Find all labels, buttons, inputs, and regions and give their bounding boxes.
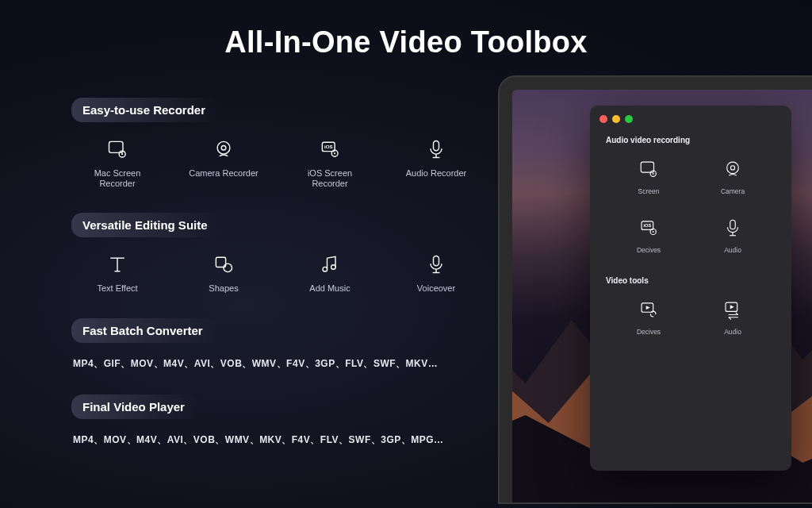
feature-add-music: Add Music: [292, 252, 368, 294]
svg-point-58: [653, 231, 654, 233]
feature-mac-screen-recorder: Mac Screen Recorder: [79, 137, 155, 189]
tool-label: Screen: [638, 187, 660, 195]
feature-label: Camera Recorder: [189, 168, 258, 179]
svg-marker-63: [646, 306, 650, 310]
section-heading: Versatile Editing Suite: [71, 213, 222, 237]
mic-icon: [423, 137, 449, 162]
music-icon: [317, 252, 343, 277]
tool-camera[interactable]: Camera: [695, 157, 771, 195]
svg-point-28: [221, 145, 226, 150]
feature-shapes: Shapes: [186, 252, 262, 294]
svg-rect-44: [434, 256, 439, 266]
section-recorder: Easy-to-use Recorder Mac Screen Recorder…: [71, 98, 476, 189]
svg-point-54: [730, 166, 734, 170]
ios-icon: iOS: [317, 137, 343, 162]
svg-marker-65: [730, 305, 734, 309]
tool-devices[interactable]: iOS Decives: [611, 216, 687, 254]
close-icon[interactable]: [599, 115, 607, 123]
convert-icon: [721, 298, 745, 321]
svg-text:iOS: iOS: [643, 223, 651, 228]
section-heading: Easy-to-use Recorder: [71, 98, 220, 122]
format-list: MP4、MOV、M4V、AVI、VOB、WMV、MKV、F4V、FLV、SWF、…: [71, 433, 476, 447]
tool-convert[interactable]: Audio: [695, 298, 771, 336]
feature-label: Add Music: [309, 283, 350, 294]
feature-label: iOS Screen Recorder: [292, 168, 368, 189]
page-title: All-In-One Video Toolbox: [0, 0, 812, 60]
window-section-title: Video tools: [590, 271, 791, 294]
screen-icon: [637, 157, 661, 181]
feature-label: Mac Screen Recorder: [79, 168, 155, 189]
ios-icon: iOS: [637, 216, 661, 240]
feature-audio-recorder: Audio Recorder: [398, 137, 474, 189]
tool-label: Audio: [724, 328, 741, 336]
feature-list: Easy-to-use Recorder Mac Screen Recorder…: [0, 75, 476, 508]
camera-icon: [721, 157, 745, 181]
svg-point-32: [334, 152, 335, 154]
text-icon: [105, 252, 130, 277]
tool-label: Decives: [637, 246, 661, 254]
feature-label: Voiceover: [417, 283, 455, 294]
shapes-icon: [211, 252, 236, 277]
section-converter: Fast Batch Converter MP4、GIF、MOV、M4V、AVI…: [71, 318, 476, 371]
feature-voiceover: Voiceover: [398, 252, 474, 294]
tool-label: Decives: [637, 328, 661, 336]
mic-icon: [721, 216, 745, 240]
svg-point-40: [224, 264, 232, 273]
svg-point-52: [653, 173, 654, 175]
tool-label: Audio: [724, 246, 741, 254]
section-heading: Final Video Player: [71, 394, 199, 419]
macbook-frame: Audio video recording Screen Camera iOS: [498, 75, 812, 504]
feature-ios-screen-recorder: iOS iOS Screen Recorder: [292, 137, 368, 189]
tool-label: Camera: [721, 187, 745, 195]
svg-rect-59: [730, 220, 736, 229]
screen-icon: [105, 137, 130, 162]
feature-label: Audio Recorder: [406, 168, 466, 179]
feature-text-effect: Text Effect: [79, 252, 155, 294]
window-controls[interactable]: [590, 115, 791, 123]
tool-audio[interactable]: Audio: [695, 216, 771, 254]
window-section-title: Audio video recording: [590, 131, 791, 154]
feature-label: Shapes: [209, 283, 238, 294]
feature-camera-recorder: Camera Recorder: [186, 137, 262, 189]
mic-icon: [423, 252, 449, 277]
camera-icon: [211, 137, 236, 162]
svg-point-26: [121, 153, 123, 155]
tool-edit[interactable]: Decives: [611, 298, 687, 336]
maximize-icon[interactable]: [625, 115, 633, 123]
section-heading: Fast Batch Converter: [71, 318, 217, 343]
format-list: MP4、GIF、MOV、M4V、AVI、VOB、WMV、F4V、3GP、FLV、…: [71, 357, 476, 371]
app-window: Audio video recording Screen Camera iOS: [590, 106, 791, 471]
section-editing: Versatile Editing Suite Text Effect Shap…: [71, 213, 476, 294]
svg-rect-33: [434, 141, 439, 151]
feature-label: Text Effect: [97, 283, 137, 294]
device-mockup: Audio video recording Screen Camera iOS: [476, 75, 812, 508]
section-player: Final Video Player MP4、MOV、M4V、AVI、VOB、W…: [71, 394, 476, 447]
edit-icon: [637, 298, 661, 321]
minimize-icon[interactable]: [612, 115, 620, 123]
svg-point-27: [217, 141, 230, 154]
svg-text:iOS: iOS: [324, 144, 333, 149]
svg-point-53: [727, 162, 739, 174]
tool-screen[interactable]: Screen: [611, 157, 687, 195]
